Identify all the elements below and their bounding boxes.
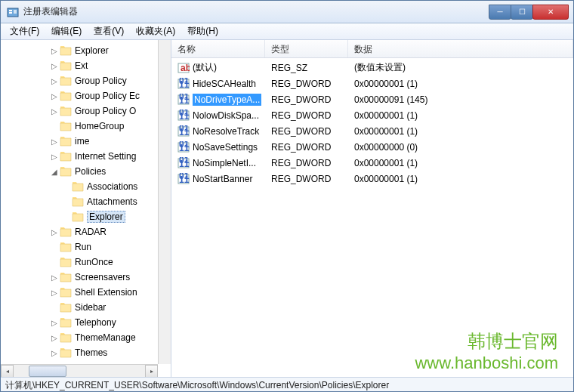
- list-row[interactable]: 011110NoSaveSettingsREG_DWORD0x00000000 …: [171, 139, 573, 155]
- expander-icon[interactable]: ▷: [49, 107, 60, 116]
- tree-scrollbar-vertical[interactable]: [158, 40, 171, 364]
- tree-item[interactable]: RunOnce: [1, 255, 171, 270]
- minimize-button[interactable]: ─: [489, 5, 511, 20]
- column-type[interactable]: 类型: [265, 40, 348, 57]
- list-row[interactable]: 011110NoDriveTypeA...REG_DWORD0x00000091…: [171, 91, 573, 107]
- value-type: REG_DWORD: [265, 126, 348, 137]
- expander-icon[interactable]: ▷: [49, 319, 60, 327]
- tree-item[interactable]: ▷ime: [1, 134, 171, 149]
- value-name: NolowDiskSpa...: [193, 110, 259, 121]
- tree-item[interactable]: ▷Group Policy O: [1, 103, 171, 119]
- tree-item[interactable]: ◢Policies: [1, 164, 171, 179]
- svg-text:ab: ab: [181, 63, 190, 73]
- tree-pane: ▷Explorer▷Ext▷Group Policy▷Group Policy …: [1, 40, 171, 377]
- menu-view[interactable]: 查看(V): [88, 23, 130, 39]
- list-row[interactable]: 011110NoStartBannerREG_DWORD0x00000001 (…: [171, 171, 573, 187]
- svg-rect-3: [14, 10, 17, 14]
- tree-item-label: Explorer: [87, 211, 125, 223]
- tree-item[interactable]: ▷Telephony: [1, 315, 171, 330]
- tree-item[interactable]: ▷RADAR: [1, 224, 171, 239]
- dword-value-icon: 011110: [177, 141, 190, 153]
- expander-icon[interactable]: ▷: [49, 273, 60, 282]
- expander-icon[interactable]: ▷: [49, 153, 60, 161]
- folder-icon: [72, 181, 84, 192]
- menu-edit[interactable]: 编辑(E): [45, 23, 88, 39]
- close-button[interactable]: ✕: [532, 5, 569, 20]
- value-type: REG_DWORD: [265, 158, 348, 168]
- folder-icon: [60, 272, 72, 282]
- svg-text:110: 110: [179, 95, 190, 106]
- tree-item[interactable]: HomeGroup: [1, 119, 171, 134]
- scroll-left-button[interactable]: ◂: [1, 365, 14, 378]
- menu-help[interactable]: 帮助(H): [181, 23, 224, 39]
- column-name[interactable]: 名称: [171, 40, 265, 57]
- value-name-cell: 011110NolowDiskSpa...: [171, 110, 265, 122]
- list-row[interactable]: 011110NolowDiskSpa...REG_DWORD0x00000001…: [171, 107, 573, 123]
- folder-icon: [60, 166, 72, 177]
- expander-icon[interactable]: ▷: [49, 289, 60, 297]
- list-body[interactable]: ab(默认)REG_SZ(数值未设置)011110HideSCAHealthRE…: [171, 58, 573, 188]
- tree-item[interactable]: Sidebar: [1, 300, 171, 315]
- column-data[interactable]: 数据: [348, 40, 573, 57]
- tree-item-label: RADAR: [75, 227, 106, 237]
- tree-item[interactable]: ▷ThemeManage: [1, 330, 171, 345]
- tree-item-label: Attachments: [87, 196, 137, 207]
- tree-item[interactable]: ▷Group Policy: [1, 73, 171, 88]
- tree-item-label: Policies: [75, 166, 106, 177]
- folder-icon: [60, 347, 72, 358]
- tree-item[interactable]: Associations: [1, 179, 171, 194]
- menu-file[interactable]: 文件(F): [4, 23, 45, 39]
- statusbar: 计算机\HKEY_CURRENT_USER\Software\Microsoft…: [1, 377, 573, 392]
- value-name-cell: 011110HideSCAHealth: [171, 78, 265, 90]
- list-row[interactable]: ab(默认)REG_SZ(数值未设置): [171, 60, 573, 76]
- tree-item-label: Themes: [75, 347, 107, 358]
- tree-scrollbar-horizontal[interactable]: ◂ ▸: [1, 364, 158, 377]
- tree-item[interactable]: Attachments: [1, 194, 171, 209]
- folder-icon: [60, 151, 72, 162]
- list-row[interactable]: 011110NoSimpleNetI...REG_DWORD0x00000001…: [171, 155, 573, 171]
- folder-icon: [60, 227, 72, 237]
- expander-icon[interactable]: ▷: [49, 47, 60, 55]
- tree-item-label: Explorer: [75, 45, 109, 56]
- expander-icon[interactable]: ▷: [49, 228, 60, 236]
- menu-favorites[interactable]: 收藏夹(A): [130, 23, 181, 39]
- window-title: 注册表编辑器: [23, 5, 489, 18]
- value-name: NoResolveTrack: [193, 126, 259, 137]
- expander-icon[interactable]: ▷: [49, 62, 60, 70]
- expander-icon[interactable]: ◢: [49, 168, 60, 176]
- scroll-thumb[interactable]: [29, 366, 66, 377]
- expander-icon[interactable]: ▷: [49, 92, 60, 100]
- value-name-cell: 011110NoSimpleNetI...: [171, 157, 265, 169]
- expander-icon[interactable]: ▷: [49, 349, 60, 357]
- tree-item[interactable]: ▷Internet Setting: [1, 149, 171, 164]
- tree-item-label: Group Policy O: [75, 106, 136, 116]
- tree-item[interactable]: ▷Shell Extension: [1, 285, 171, 300]
- maximize-button[interactable]: ☐: [511, 5, 533, 20]
- expander-icon[interactable]: ▷: [49, 334, 60, 342]
- list-pane: 名称 类型 数据 ab(默认)REG_SZ(数值未设置)011110HideSC…: [171, 40, 573, 377]
- scroll-right-button[interactable]: ▸: [145, 365, 158, 378]
- value-data: 0x00000091 (145): [348, 94, 573, 105]
- list-header: 名称 类型 数据: [171, 40, 573, 58]
- tree-item[interactable]: Explorer: [1, 209, 171, 224]
- tree-item[interactable]: Run: [1, 239, 171, 255]
- value-name-cell: 011110NoStartBanner: [171, 173, 265, 185]
- value-type: REG_DWORD: [265, 94, 348, 105]
- tree[interactable]: ▷Explorer▷Ext▷Group Policy▷Group Policy …: [1, 40, 171, 363]
- svg-text:110: 110: [179, 174, 190, 185]
- expander-icon[interactable]: ▷: [49, 137, 60, 146]
- string-value-icon: ab: [177, 62, 190, 74]
- value-type: REG_DWORD: [265, 110, 348, 121]
- expander-icon[interactable]: ▷: [49, 77, 60, 85]
- value-data: 0x00000001 (1): [348, 174, 573, 184]
- list-row[interactable]: 011110NoResolveTrackREG_DWORD0x00000001 …: [171, 123, 573, 139]
- list-row[interactable]: 011110HideSCAHealthREG_DWORD0x00000001 (…: [171, 76, 573, 91]
- value-name: NoSimpleNetI...: [193, 158, 256, 168]
- tree-item-label: HomeGroup: [75, 121, 124, 131]
- tree-item[interactable]: ▷Explorer: [1, 43, 171, 58]
- tree-item[interactable]: ▷Themes: [1, 345, 171, 360]
- tree-item[interactable]: ▷Group Policy Ec: [1, 88, 171, 103]
- tree-item[interactable]: ▷Screensavers: [1, 270, 171, 285]
- svg-text:110: 110: [179, 79, 190, 90]
- tree-item[interactable]: ▷Ext: [1, 58, 171, 73]
